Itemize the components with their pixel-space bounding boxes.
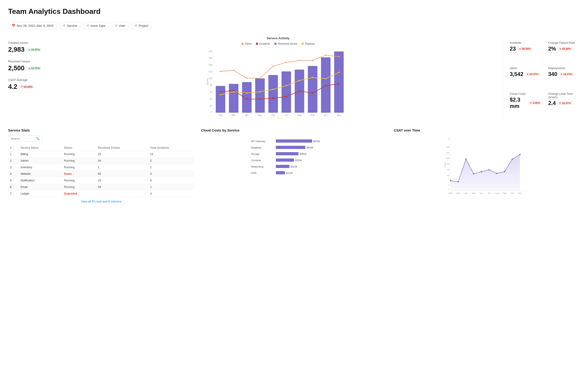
svg-text:CDN: CDN <box>251 172 256 174</box>
svg-text:Sep: Sep <box>311 114 315 116</box>
svg-point-103 <box>519 154 521 155</box>
svg-point-39 <box>312 92 313 94</box>
cell-id: 2 <box>8 158 19 164</box>
project-filter[interactable]: ⚙ Project <box>131 22 152 29</box>
svg-point-44 <box>246 92 248 94</box>
svg-point-102 <box>512 158 513 160</box>
cell-status: Running <box>62 151 96 158</box>
csat-svg: 5 140 120 100 80 60 40 2 1 <box>394 135 580 194</box>
svg-point-46 <box>273 89 274 90</box>
legend-deploys: Deploys <box>302 42 315 45</box>
filter-icon-project: ⚙ <box>135 24 137 27</box>
cell-resolved: 54 <box>96 184 148 190</box>
svg-rect-17 <box>282 72 291 113</box>
service-filter[interactable]: ⚙ Service <box>60 22 81 29</box>
issue-type-filter[interactable]: ⚙ Issue Type <box>83 22 109 29</box>
cell-name: Email <box>19 184 62 190</box>
filter-icon-user: ⚙ <box>115 24 117 27</box>
svg-point-95 <box>458 181 459 183</box>
search-input[interactable] <box>11 137 34 140</box>
project-filter-label: Project <box>139 24 148 27</box>
incidents-badge: 50.00% <box>518 47 532 51</box>
svg-rect-80 <box>276 171 285 174</box>
cell-incidents: 1 <box>148 184 194 190</box>
cell-name: Website <box>19 171 62 177</box>
legend-alerts: Alerts <box>241 42 252 45</box>
created-issues-label: Created Issues <box>8 41 48 44</box>
service-stats-title: Service Stats <box>8 128 194 132</box>
svg-rect-15 <box>255 78 265 113</box>
svg-point-97 <box>473 173 474 175</box>
deployments-badge: 10.37% <box>559 72 574 76</box>
cell-name: Ledger <box>19 190 62 197</box>
svg-text:$650k: $650k <box>306 146 313 149</box>
view-all-link[interactable]: View all 43 rows and 6 columns <box>8 200 194 203</box>
svg-point-26 <box>273 65 274 67</box>
cell-incidents: 0 <box>148 177 194 184</box>
svg-text:Mar: Mar <box>456 192 460 194</box>
svg-point-94 <box>450 180 451 181</box>
search-box[interactable]: 🔍 <box>8 135 42 142</box>
svg-point-24 <box>246 78 248 79</box>
alerts-block: Alerts 3,542 10.37% <box>510 66 542 87</box>
change-lead-time-label: Change Lead Time (hours) <box>548 92 580 99</box>
svg-point-23 <box>233 70 234 71</box>
svg-point-42 <box>220 94 221 95</box>
svg-text:120: 120 <box>209 71 212 73</box>
cell-incidents: 12 <box>148 151 194 158</box>
left-metrics: Created Issues 2,983 10.37% Resolved Iss… <box>8 37 53 119</box>
svg-text:Jul: Jul <box>488 192 491 194</box>
deployments-value: 340 10.37% <box>548 71 580 77</box>
svg-point-99 <box>488 169 490 171</box>
cell-resolved: 23 <box>96 177 148 184</box>
cloud-costs-value: $2.3 mm 4.00% <box>510 97 542 109</box>
cloud-costs-title: Cloud Costs by Service <box>201 128 387 132</box>
svg-text:Feb: Feb <box>449 192 452 194</box>
page-title: Team Analytics Dashboard <box>8 7 580 16</box>
svg-point-101 <box>504 171 505 172</box>
svg-rect-65 <box>276 139 312 143</box>
svg-text:$820k: $820k <box>313 140 320 143</box>
resolved-issues-block: Resolved Issues 2,500 12.37% <box>8 60 48 72</box>
cell-id: 3 <box>8 164 19 171</box>
cloud-costs-svg: API Gateway $820k Database $650k Storage… <box>201 135 387 194</box>
svg-point-100 <box>496 173 497 174</box>
bottom-grid: Service Stats 🔍 # Service Name Status Re… <box>8 128 580 203</box>
svg-text:1: 1 <box>448 188 449 190</box>
filter-bar: 📅 Nov 29, 2022–Dec 6, 2022 ⚙ Service ⚙ I… <box>8 22 580 29</box>
alerts-badge: 10.37% <box>525 72 540 76</box>
change-lead-time-badge: 10.37% <box>558 101 572 105</box>
user-filter[interactable]: ⚙ User <box>112 22 129 29</box>
table-row: 6 Email Running 54 1 <box>8 184 194 190</box>
svg-text:$480k: $480k <box>300 153 306 155</box>
col-resolved-tickets: Resolved Tickets <box>96 145 148 151</box>
cloud-costs-label: Cloud Costs <box>510 92 542 95</box>
svg-text:Database: Database <box>251 146 262 149</box>
service-stats-table: # Service Name Status Resolved Tickets T… <box>8 145 194 197</box>
svg-text:Month: Month <box>277 117 284 118</box>
svg-text:160: 160 <box>209 57 212 59</box>
csat-over-time-panel: CSAT over Time 5 140 120 100 80 60 40 2 … <box>394 128 580 203</box>
svg-point-28 <box>299 60 300 61</box>
resolved-issues-badge: 12.37% <box>27 66 41 70</box>
svg-text:140: 140 <box>209 64 212 66</box>
svg-text:40: 40 <box>210 98 212 100</box>
table-row: 3 Inventory Running 1 1 <box>8 164 194 171</box>
svg-point-35 <box>259 98 261 100</box>
svg-text:$110k: $110k <box>286 172 293 174</box>
svg-rect-77 <box>276 165 289 168</box>
cloud-costs-panel: Cloud Costs by Service API Gateway $820k… <box>201 128 387 203</box>
cell-resolved: 1 <box>96 164 148 171</box>
date-filter[interactable]: 📅 Nov 29, 2022–Dec 6, 2022 <box>8 22 57 29</box>
search-icon: 🔍 <box>36 137 40 140</box>
svg-point-33 <box>233 90 234 91</box>
csat-average-badge: 50.00% <box>20 85 34 89</box>
cell-name: Billing <box>19 151 62 158</box>
svg-text:60: 60 <box>210 91 212 93</box>
svg-text:Nov: Nov <box>518 192 522 194</box>
cell-id: 5 <box>8 177 19 184</box>
svg-text:Jun: Jun <box>480 192 483 194</box>
cloud-costs-block: Cloud Costs $2.3 mm 4.00% <box>510 92 542 119</box>
cell-name: Notification <box>19 177 62 184</box>
svg-point-34 <box>246 98 248 100</box>
